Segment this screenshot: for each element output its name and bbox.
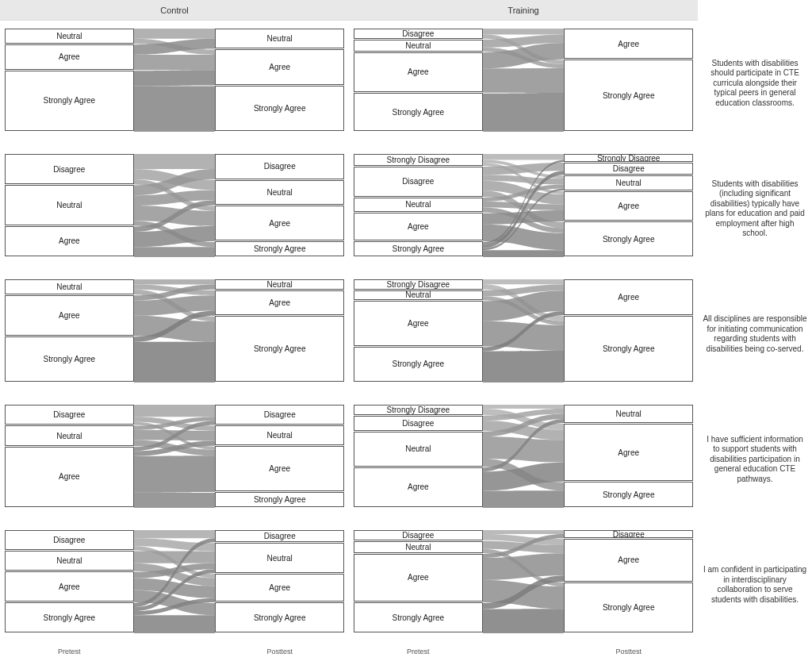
sankey-flow	[134, 551, 216, 563]
pretest-node: Strongly Disagree	[354, 279, 483, 290]
posttest-node: Agree	[215, 49, 344, 84]
x-axis-pretest: Pretest	[354, 648, 483, 659]
pretest-node: Disagree	[5, 530, 134, 550]
posttest-node: Agree	[564, 279, 693, 315]
sankey-flow	[483, 93, 565, 132]
pretest-node: Agree	[354, 52, 483, 92]
sankey-links	[134, 279, 216, 382]
sankey-flow	[134, 342, 216, 382]
pretest-node: Agree	[354, 467, 483, 507]
x-axis-pretest: Pretest	[5, 648, 134, 659]
sankey-chart: Strongly DisagreeNeutralAgreeStrongly Ag…	[349, 271, 698, 397]
pretest-node: Disagree	[5, 154, 134, 184]
sankey-flow	[134, 493, 216, 508]
pretest-node: Strongly Agree	[5, 71, 134, 131]
sankey-links	[134, 29, 216, 132]
pretest-node: Strongly Agree	[354, 93, 483, 131]
x-axis-labels: PretestPosttest	[0, 648, 349, 659]
row-statement: I am confident in participating in inter…	[698, 522, 812, 648]
pretest-node: Strongly Agree	[354, 241, 483, 256]
column-header-label: Training	[508, 6, 538, 15]
pretest-node: Disagree	[354, 167, 483, 197]
pretest-node: Strongly Agree	[5, 602, 134, 632]
sankey-links	[134, 154, 216, 257]
pretest-node: Neutral	[354, 290, 483, 301]
sankey-flow	[483, 405, 565, 409]
pretest-node: Agree	[354, 213, 483, 240]
sankey-flow	[134, 530, 216, 538]
posttest-node: Strongly Agree	[215, 241, 344, 256]
posttest-node: Strongly Agree	[564, 60, 693, 131]
pretest-node: Strongly Agree	[354, 602, 483, 632]
posttest-node: Neutral	[564, 405, 693, 423]
row-statement-text: Students with disabilities (including si…	[703, 179, 807, 239]
sankey-flow	[483, 29, 565, 35]
sankey-flow	[483, 436, 565, 463]
posttest-node: Neutral	[215, 425, 344, 445]
posttest-node: Neutral	[215, 279, 344, 290]
posttest-node: Agree	[215, 290, 344, 316]
column-header: Control	[0, 0, 349, 21]
pretest-node: Agree	[5, 44, 134, 70]
pretest-node: Neutral	[354, 40, 483, 52]
column-header-label: Control	[160, 6, 188, 15]
posttest-node: Strongly Agree	[564, 582, 693, 633]
x-axis-labels: PretestPosttest	[349, 648, 698, 659]
sankey-links	[483, 279, 565, 382]
posttest-node: Agree	[215, 446, 344, 491]
pretest-node: Neutral	[354, 198, 483, 213]
sankey-chart: DisagreeNeutralAgreeStrongly AgreeDisagr…	[0, 522, 349, 648]
sankey-chart: Strongly DisagreeDisagreeNeutralAgreeNeu…	[349, 397, 698, 522]
pretest-node: Agree	[5, 295, 134, 336]
pretest-node: Neutral	[5, 279, 134, 294]
sankey-flow	[483, 279, 565, 284]
pretest-node: Agree	[5, 571, 134, 602]
sankey-flow	[483, 553, 565, 580]
column-header: Training	[349, 0, 698, 21]
posttest-node: Strongly Agree	[564, 482, 693, 507]
sankey-chart: DisagreeNeutralAgreeDisagreeNeutralAgree…	[0, 146, 349, 271]
pretest-node: Neutral	[5, 185, 134, 225]
sankey-links	[483, 405, 565, 508]
posttest-node: Neutral	[215, 180, 344, 206]
row-statement: Students with disabilities (including si…	[698, 146, 812, 271]
sankey-flow	[483, 490, 565, 508]
sankey-flow	[134, 405, 216, 417]
sankey-links	[483, 29, 565, 132]
posttest-node: Neutral	[215, 29, 344, 48]
sankey-flow	[134, 247, 216, 257]
pretest-node: Neutral	[5, 29, 134, 44]
pretest-node: Agree	[354, 554, 483, 602]
sankey-flow	[134, 86, 216, 132]
pretest-node: Disagree	[354, 416, 483, 431]
row-statement: All disciplines are responsible for init…	[698, 271, 812, 397]
row-statement-text: I have sufficient information to support…	[703, 435, 807, 485]
pretest-node: Strongly Agree	[354, 347, 483, 382]
pretest-node: Disagree	[5, 405, 134, 425]
sankey-chart: DisagreeNeutralAgreeDisagreeNeutralAgree…	[0, 397, 349, 522]
pretest-node: Disagree	[354, 29, 483, 39]
posttest-node: Strongly Disagree	[564, 154, 693, 162]
row-statement: Students with disabilities should partic…	[698, 21, 812, 146]
posttest-node: Strongly Agree	[215, 316, 344, 382]
pretest-node: Agree	[354, 301, 483, 346]
posttest-node: Disagree	[564, 163, 693, 175]
posttest-node: Strongly Agree	[215, 86, 344, 131]
pretest-node: Neutral	[354, 432, 483, 467]
sankey-chart: NeutralAgreeStrongly AgreeNeutralAgreeSt…	[0, 21, 349, 146]
pretest-node: Strongly Agree	[5, 336, 134, 382]
sankey-flow	[134, 456, 216, 493]
sankey-links	[134, 530, 216, 633]
row-statement-text: All disciplines are responsible for init…	[703, 314, 807, 354]
header-spacer	[698, 0, 812, 21]
sankey-chart: DisagreeNeutralAgreeStrongly AgreeAgreeS…	[349, 21, 698, 146]
posttest-node: Agree	[564, 424, 693, 481]
sankey-flow	[483, 154, 565, 160]
sankey-flow	[134, 29, 216, 39]
sankey-flow	[134, 55, 216, 70]
pretest-node: Neutral	[354, 541, 483, 553]
sankey-chart: Strongly DisagreeDisagreeNeutralAgreeStr…	[349, 146, 698, 271]
pretest-node: Strongly Disagree	[354, 405, 483, 415]
pretest-node: Neutral	[5, 425, 134, 445]
posttest-node: Strongly Agree	[215, 602, 344, 632]
